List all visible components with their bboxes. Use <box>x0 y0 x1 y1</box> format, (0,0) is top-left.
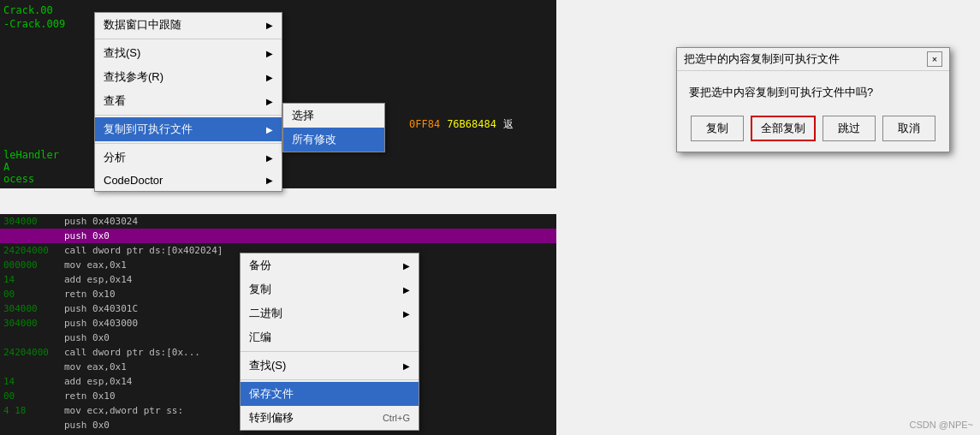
menu-item-view[interactable]: 查看 ▶ <box>95 89 282 113</box>
context-menu-top: 数据窗口中跟随 ▶ 查找(S) ▶ 查找参考(R) ▶ 查看 ▶ 复制到可执行文… <box>94 12 282 192</box>
debugger-line-1: Crack.00 <box>3 3 65 17</box>
dialog-close-button[interactable]: × <box>927 51 942 67</box>
menu-item-copy-to-exec[interactable]: 复制到可执行文件 ▶ <box>95 117 282 141</box>
watermark: CSDN @NPE~ <box>910 420 973 430</box>
hex-data-area: 0FF84 76B68484 返 <box>402 103 556 146</box>
menu-item-find-ref[interactable]: 查找参考(R) ▶ <box>95 65 282 89</box>
menu-separator-1 <box>95 39 282 39</box>
menu-item-codedoctor[interactable]: CodeDoctor ▶ <box>95 170 282 191</box>
bottom-menu-item-find[interactable]: 查找(S) ▶ <box>241 354 419 378</box>
menu-separator-3 <box>95 143 282 144</box>
dialog-titlebar: 把选中的内容复制到可执行文件 × <box>677 48 949 71</box>
dialog-content: 要把选中内容复制到可执行文件中吗? <box>677 71 949 109</box>
bottom-menu-item-binary[interactable]: 二进制 ▶ <box>241 301 419 325</box>
hex-suffix: 返 <box>503 117 514 132</box>
bottom-menu-separator-2 <box>241 379 419 380</box>
asm-row-2[interactable]: push 0x0 <box>0 229 556 243</box>
submenu-item-select[interactable]: 选择 <box>283 104 384 128</box>
submenu-copy-to-exec: 选择 所有修改 <box>282 103 385 152</box>
dialog-buttons: 复制 全部复制 跳过 取消 <box>677 109 949 152</box>
debugger-line-2: -Crack.009 <box>3 17 65 31</box>
debugger-display: Crack.00 -Crack.009 <box>3 3 65 31</box>
asm-row-1[interactable]: 304000 push 0x403024 <box>0 214 556 229</box>
context-menu-bottom: 备份 ▶ 复制 ▶ 二进制 ▶ 汇编 查找(S) ▶ 保存文件 转到偏移 Ctr… <box>240 253 419 431</box>
menu-item-find[interactable]: 查找(S) ▶ <box>95 41 282 65</box>
dialog-copy-button[interactable]: 复制 <box>691 116 744 141</box>
dialog-skip-button[interactable]: 跳过 <box>823 116 876 141</box>
dialog-copy-all-button[interactable]: 全部复制 <box>751 116 816 141</box>
bottom-menu-item-save-file[interactable]: 保存文件 <box>241 382 419 406</box>
menu-separator-2 <box>95 115 282 116</box>
bottom-menu-item-asm[interactable]: 汇编 <box>241 325 419 349</box>
hex-value: 76B68484 <box>447 118 496 130</box>
bottom-menu-item-copy[interactable]: 复制 ▶ <box>241 277 419 301</box>
submenu-item-all-changes[interactable]: 所有修改 <box>283 128 384 152</box>
bottom-menu-item-backup[interactable]: 备份 ▶ <box>241 253 419 277</box>
hex-label: 0FF84 <box>409 118 440 130</box>
dialog-title: 把选中的内容复制到可执行文件 <box>684 51 840 67</box>
dialog-box: 把选中的内容复制到可执行文件 × 要把选中内容复制到可执行文件中吗? 复制 全部… <box>676 47 950 152</box>
bottom-menu-item-goto-offset[interactable]: 转到偏移 Ctrl+G <box>241 406 419 430</box>
dialog-cancel-button[interactable]: 取消 <box>882 116 935 141</box>
menu-item-analyze[interactable]: 分析 ▶ <box>95 146 282 170</box>
menu-item-data-window[interactable]: 数据窗口中跟随 ▶ <box>95 13 282 37</box>
dialog-question: 要把选中内容复制到可执行文件中吗? <box>689 86 873 98</box>
bottom-menu-separator-1 <box>241 351 419 352</box>
